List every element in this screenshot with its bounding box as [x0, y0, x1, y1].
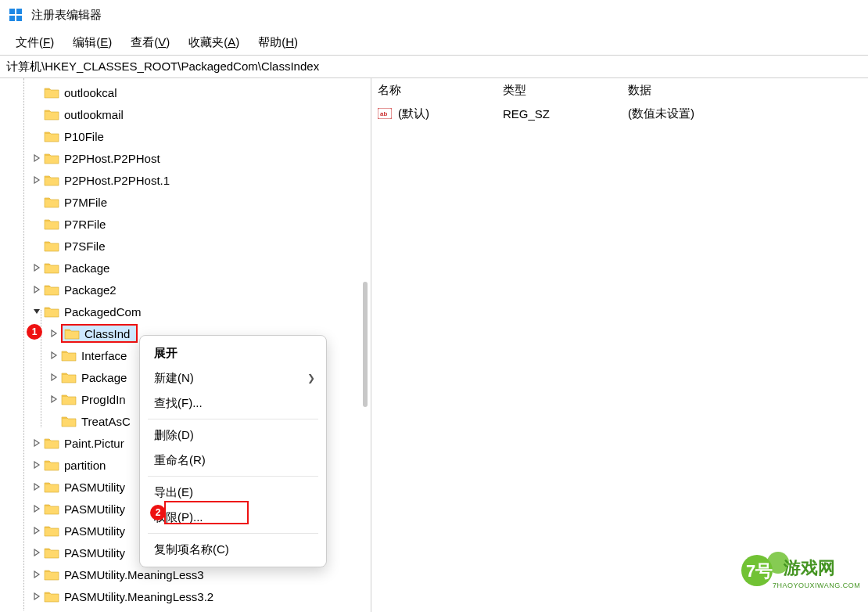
tree-item-label: Package — [81, 371, 127, 384]
tree-item[interactable]: P10File — [0, 125, 371, 147]
folder-icon — [61, 371, 77, 383]
value-type: REG_SZ — [503, 107, 628, 121]
tree-item-label: outlookcal — [64, 86, 117, 99]
col-header-type[interactable]: 类型 — [503, 83, 628, 98]
tree-item[interactable]: PackagedCom — [0, 301, 371, 322]
svg-text:7号: 7号 — [746, 561, 773, 581]
tree-item[interactable]: outlookmail — [0, 103, 371, 125]
ctx-expand[interactable]: 展开 — [140, 340, 326, 365]
window-title: 注册表编辑器 — [31, 8, 102, 23]
chevron-right-icon: ❯ — [307, 373, 315, 383]
tree-item[interactable]: outlookcal — [0, 81, 371, 103]
tree-item-label: PASMUtility — [64, 502, 125, 516]
tree-item-label: PASMUtility.MeaningLess3 — [64, 568, 204, 581]
chevron-right-icon[interactable] — [31, 175, 42, 185]
chevron-right-icon[interactable] — [31, 437, 42, 448]
svg-text:ab: ab — [380, 110, 387, 117]
svg-text:7HAOYOUXIWANG.COM: 7HAOYOUXIWANG.COM — [773, 581, 860, 589]
chevron-right-icon[interactable] — [31, 481, 42, 492]
chevron-right-icon[interactable] — [31, 459, 42, 470]
tree-item-label: Interface — [81, 349, 127, 362]
folder-icon — [44, 437, 59, 449]
col-header-name[interactable]: 名称 — [378, 83, 503, 98]
chevron-right-icon[interactable] — [31, 284, 42, 295]
annotation-callout-1: 1 — [27, 324, 42, 340]
watermark-logo: 7号 游戏网 7HAOYOUXIWANG.COM — [735, 539, 860, 596]
tree-item[interactable]: Package2 — [0, 279, 371, 301]
chevron-right-icon[interactable] — [31, 547, 42, 558]
tree-item[interactable]: Package — [0, 257, 371, 279]
tree-item[interactable]: PASMUtility.MeaningLess3.2 — [0, 585, 371, 607]
ctx-copy-key-name[interactable]: 复制项名称(C) — [140, 537, 326, 562]
chevron-right-icon[interactable] — [48, 328, 59, 339]
folder-icon — [44, 86, 59, 99]
folder-icon — [44, 239, 59, 252]
ctx-new[interactable]: 新建(N) ❯ — [140, 365, 326, 391]
values-pane: 名称 类型 数据 ab (默认) REG_SZ (数值未设置) — [371, 78, 868, 612]
folder-icon — [44, 174, 59, 186]
value-data: (数值未设置) — [628, 106, 868, 121]
menu-view[interactable]: 查看(V) — [121, 32, 179, 53]
menubar: 文件(F) 编辑(E) 查看(V) 收藏夹(A) 帮助(H) — [0, 30, 868, 55]
chevron-right-icon[interactable] — [48, 372, 59, 383]
folder-icon — [44, 108, 59, 121]
folder-icon — [44, 218, 59, 230]
folder-icon — [44, 130, 59, 142]
tree-item-label: P7SFile — [64, 239, 106, 253]
folder-icon — [44, 261, 59, 274]
tree-item[interactable]: P2PHost.P2PHost — [0, 147, 371, 169]
folder-icon — [44, 196, 59, 208]
value-row[interactable]: ab (默认) REG_SZ (数值未设置) — [371, 102, 868, 125]
ctx-export[interactable]: 导出(E) — [140, 480, 326, 505]
tree-item-label: P7MFile — [64, 196, 107, 209]
folder-icon — [64, 327, 80, 340]
chevron-right-icon[interactable] — [31, 569, 42, 580]
col-header-data[interactable]: 数据 — [628, 83, 868, 98]
ctx-find[interactable]: 查找(F)... — [140, 391, 326, 416]
value-name: (默认) — [398, 106, 429, 121]
chevron-right-icon[interactable] — [31, 503, 42, 514]
folder-icon — [44, 152, 59, 164]
svg-rect-3 — [16, 16, 22, 21]
chevron-right-icon[interactable] — [48, 350, 59, 361]
chevron-down-icon[interactable] — [31, 306, 42, 317]
svg-text:游戏网: 游戏网 — [783, 558, 835, 578]
menu-edit[interactable]: 编辑(E) — [63, 32, 121, 53]
address-bar[interactable]: 计算机\HKEY_CLASSES_ROOT\PackagedCom\ClassI… — [0, 55, 868, 78]
tree-item[interactable]: P7MFile — [0, 191, 371, 213]
tree-item-label: P10File — [64, 130, 104, 143]
path-text: 计算机\HKEY_CLASSES_ROOT\PackagedCom\ClassI… — [6, 59, 319, 74]
folder-icon — [44, 546, 59, 559]
ctx-permissions[interactable]: 权限(P)... — [140, 505, 326, 530]
tree-item-label: ProgIdIn — [81, 393, 126, 406]
chevron-right-icon[interactable] — [31, 591, 42, 602]
folder-icon — [44, 283, 59, 296]
tree-item[interactable]: P7SFile — [0, 235, 371, 257]
svg-rect-2 — [9, 16, 15, 21]
svg-rect-1 — [16, 9, 22, 14]
selected-tree-item[interactable]: ClassInd — [61, 324, 138, 343]
ctx-delete[interactable]: 删除(D) — [140, 423, 326, 448]
svg-rect-0 — [9, 9, 15, 14]
ctx-rename[interactable]: 重命名(R) — [140, 448, 326, 473]
menu-help[interactable]: 帮助(H) — [249, 32, 307, 53]
tree-item-label: TreatAsC — [81, 415, 131, 428]
chevron-right-icon[interactable] — [31, 525, 42, 536]
tree-item-label: PackagedCom — [64, 305, 141, 319]
ctx-separator — [148, 419, 318, 419]
regedit-app-icon — [8, 7, 23, 23]
folder-icon — [44, 459, 59, 471]
chevron-right-icon[interactable] — [48, 394, 59, 405]
tree-item[interactable]: P7RFile — [0, 213, 371, 235]
menu-file[interactable]: 文件(F) — [6, 32, 63, 53]
context-menu: 展开 新建(N) ❯ 查找(F)... 删除(D) 重命名(R) 导出(E) 权… — [139, 335, 327, 567]
chevron-right-icon[interactable] — [31, 262, 42, 273]
folder-icon — [61, 415, 77, 427]
list-header: 名称 类型 数据 — [371, 78, 868, 102]
menu-favorites[interactable]: 收藏夹(A) — [179, 32, 249, 53]
tree-item[interactable]: P2PHost.P2PHost.1 — [0, 169, 371, 191]
tree-item-label: PASMUtility.MeaningLess3.2 — [64, 590, 213, 603]
chevron-right-icon[interactable] — [31, 153, 42, 164]
folder-icon — [44, 481, 59, 493]
tree-scrollbar[interactable] — [363, 282, 368, 407]
